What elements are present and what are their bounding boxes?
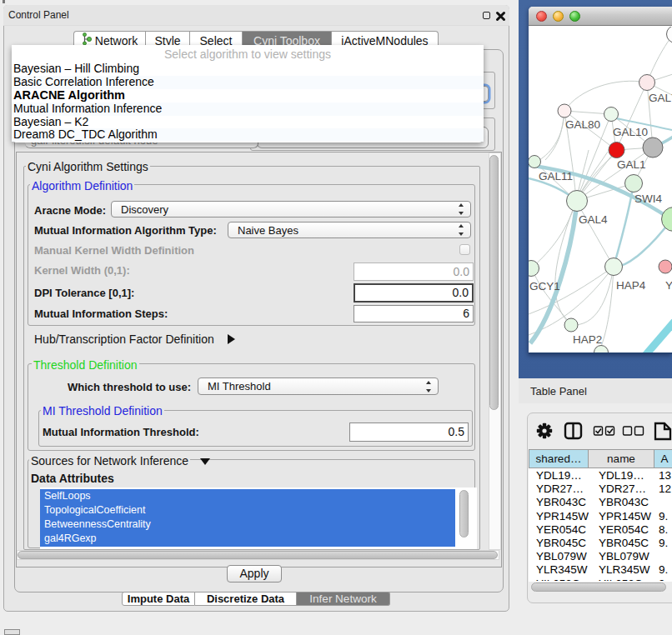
svg-text:GAL11: GAL11: [539, 170, 573, 182]
svg-text:GAL10: GAL10: [613, 126, 648, 138]
svg-text:HAP2: HAP2: [573, 333, 602, 346]
svg-text:SWI4: SWI4: [634, 192, 662, 205]
svg-text:YM: YM: [665, 279, 672, 292]
svg-text:GAL1: GAL1: [617, 158, 646, 171]
svg-text:HAP4: HAP4: [616, 279, 646, 292]
svg-text:GCY1: GCY1: [529, 280, 560, 292]
svg-text:GAL4: GAL4: [579, 213, 608, 226]
svg-text:GAL80: GAL80: [565, 118, 600, 131]
svg-text:GAL7: GAL7: [649, 92, 672, 104]
